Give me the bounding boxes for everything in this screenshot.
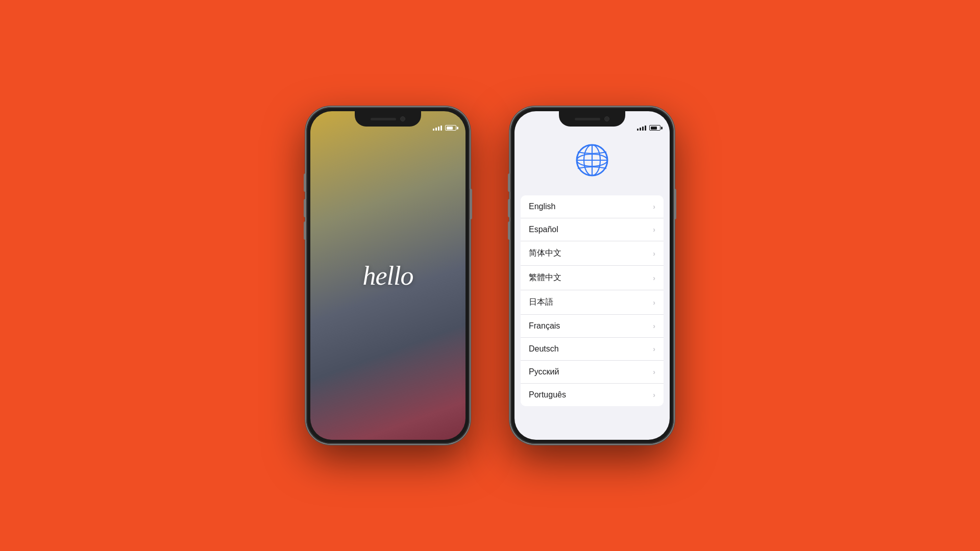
language-name: Deutsch [529, 344, 559, 354]
language-item-german[interactable]: Deutsch › [521, 338, 664, 361]
phone-hello: hello [306, 107, 470, 444]
chevron-icon: › [653, 203, 655, 211]
notch-speaker [371, 118, 396, 120]
language-name: Português [529, 390, 566, 399]
notch-camera-lang [604, 116, 609, 121]
notch-lang [559, 111, 625, 127]
chevron-icon: › [653, 226, 655, 234]
notch-camera [400, 116, 405, 121]
battery-icon [445, 125, 456, 131]
language-name: Русский [529, 367, 559, 377]
chevron-icon: › [653, 368, 655, 376]
notch [355, 111, 421, 127]
signal-icon-lang [637, 126, 646, 131]
language-name: 繁體中文 [529, 272, 561, 283]
chevron-icon: › [653, 249, 655, 258]
phone-language: English › Español › 简体中文 › 繁體中文 › 日本語 › … [510, 107, 674, 444]
language-item-traditional-chinese[interactable]: 繁體中文 › [521, 266, 664, 290]
language-screen: English › Español › 简体中文 › 繁體中文 › 日本語 › … [514, 111, 670, 440]
language-item-simplified-chinese[interactable]: 简体中文 › [521, 241, 664, 266]
language-name: English [529, 202, 555, 211]
language-item-japanese[interactable]: 日本語 › [521, 290, 664, 315]
globe-container [574, 142, 610, 179]
language-list: English › Español › 简体中文 › 繁體中文 › 日本語 › … [521, 195, 664, 406]
language-name: 简体中文 [529, 248, 561, 259]
battery-icon-lang [649, 125, 660, 131]
language-item-spanish[interactable]: Español › [521, 218, 664, 241]
language-item-french[interactable]: Français › [521, 315, 664, 338]
chevron-icon: › [653, 345, 655, 353]
language-name: Español [529, 225, 558, 234]
language-item-english[interactable]: English › [521, 195, 664, 218]
signal-icon [433, 126, 442, 131]
hello-screen: hello [310, 111, 465, 440]
hello-text: hello [363, 261, 413, 291]
language-item-russian[interactable]: Русский › [521, 361, 664, 384]
language-name: 日本語 [529, 297, 553, 308]
chevron-icon: › [653, 391, 655, 399]
language-item-portuguese[interactable]: Português › [521, 384, 664, 406]
chevron-icon: › [653, 322, 655, 330]
chevron-icon: › [653, 298, 655, 307]
notch-speaker-lang [575, 118, 600, 120]
globe-icon [574, 142, 610, 179]
language-name: Français [529, 321, 560, 331]
chevron-icon: › [653, 274, 655, 282]
